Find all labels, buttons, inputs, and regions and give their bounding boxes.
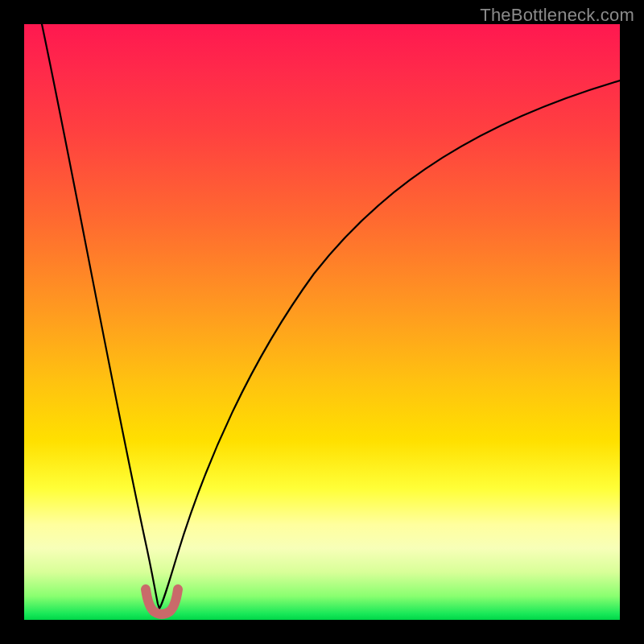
bottleneck-curve-path [42, 24, 620, 609]
plot-area [24, 24, 620, 620]
chart-frame: TheBottleneck.com [0, 0, 644, 644]
watermark-text: TheBottleneck.com [480, 5, 634, 26]
bottleneck-curve-svg [24, 24, 620, 620]
